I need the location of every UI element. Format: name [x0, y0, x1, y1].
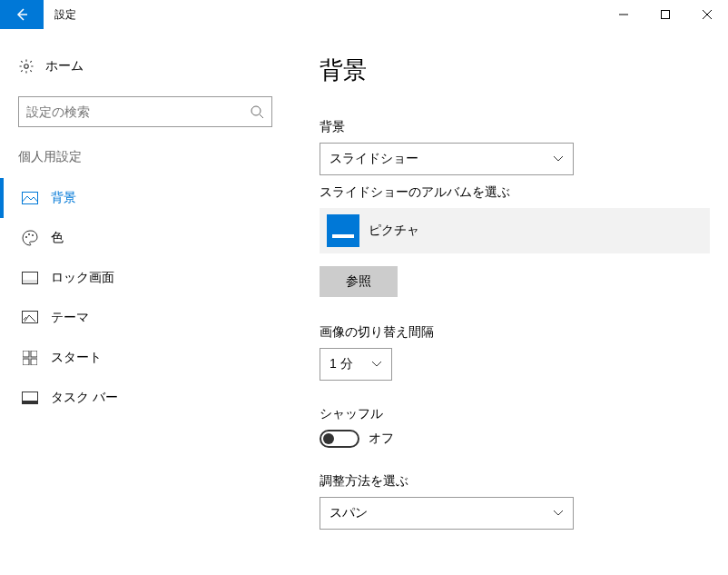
svg-rect-15 [23, 351, 29, 357]
nav-item-label: ロック画面 [51, 270, 114, 286]
album-name: ピクチャ [369, 223, 419, 239]
svg-point-6 [251, 106, 261, 115]
folder-tile-icon [327, 214, 359, 247]
nav-item-start[interactable]: スタート [0, 338, 290, 378]
svg-rect-8 [23, 193, 38, 204]
main-content: 背景 背景 スライドショー スライドショーのアルバムを選ぶ ピクチャ 参照 画像… [290, 29, 728, 575]
close-button[interactable] [686, 0, 728, 29]
dropdown-value: スパン [330, 505, 368, 521]
svg-rect-2 [662, 11, 670, 19]
browse-button[interactable]: 参照 [320, 266, 398, 297]
interval-dropdown[interactable]: 1 分 [320, 348, 392, 381]
shuffle-state: オフ [369, 431, 394, 447]
lockscreen-icon [22, 272, 38, 284]
sidebar-section-heading: 個人用設定 [0, 149, 290, 178]
maximize-button[interactable] [644, 0, 686, 29]
toggle-knob [323, 433, 334, 444]
taskbar-icon [22, 392, 38, 404]
fit-dropdown[interactable]: スパン [320, 497, 574, 530]
svg-point-9 [25, 236, 27, 238]
nav-item-colors[interactable]: 色 [0, 218, 290, 258]
svg-point-5 [25, 64, 29, 69]
svg-point-10 [28, 233, 30, 235]
nav-item-label: スタート [51, 350, 102, 366]
home-button[interactable]: ホーム [0, 51, 290, 82]
minimize-button[interactable] [603, 0, 644, 29]
svg-rect-17 [23, 359, 29, 365]
search-icon [250, 104, 264, 119]
nav-item-label: タスク バー [51, 390, 118, 406]
svg-rect-18 [31, 359, 37, 365]
svg-rect-20 [23, 401, 38, 404]
browse-button-label: 参照 [346, 273, 371, 290]
nav-item-taskbar[interactable]: タスク バー [0, 378, 290, 418]
svg-point-11 [32, 234, 34, 236]
album-label: スライドショーのアルバムを選ぶ [320, 184, 706, 201]
nav-item-label: テーマ [51, 310, 89, 326]
search-box[interactable] [18, 96, 272, 127]
page-title: 背景 [320, 55, 706, 86]
chevron-down-icon [553, 510, 564, 517]
svg-rect-16 [31, 351, 37, 357]
svg-rect-13 [23, 280, 38, 284]
svg-line-7 [260, 114, 263, 118]
dropdown-value: 1 分 [330, 356, 353, 372]
dropdown-value: スライドショー [330, 151, 418, 167]
nav-item-lockscreen[interactable]: ロック画面 [0, 258, 290, 298]
chevron-down-icon [553, 155, 564, 163]
album-row[interactable]: ピクチャ [320, 208, 710, 253]
palette-icon [22, 230, 38, 246]
window-title: 設定 [44, 0, 76, 29]
shuffle-toggle[interactable] [320, 430, 359, 448]
gear-icon [18, 58, 34, 74]
home-label: ホーム [45, 58, 84, 74]
titlebar: 設定 [0, 0, 728, 29]
picture-icon [22, 192, 38, 204]
interval-label: 画像の切り替え間隔 [320, 324, 706, 341]
chevron-down-icon [371, 361, 382, 368]
themes-icon [22, 311, 38, 325]
sidebar: ホーム 個人用設定 背景 色 ロック画面 [0, 29, 290, 575]
nav-item-label: 色 [51, 230, 64, 246]
fit-label: 調整方法を選ぶ [320, 473, 706, 490]
back-button[interactable] [0, 0, 44, 29]
start-icon [22, 351, 38, 365]
shuffle-label: シャッフル [320, 406, 706, 422]
nav-item-themes[interactable]: テーマ [0, 298, 290, 338]
background-dropdown[interactable]: スライドショー [320, 143, 574, 175]
nav-item-label: 背景 [51, 190, 76, 206]
search-input[interactable] [26, 104, 250, 119]
background-label: 背景 [320, 119, 706, 135]
nav-item-background[interactable]: 背景 [0, 178, 290, 218]
